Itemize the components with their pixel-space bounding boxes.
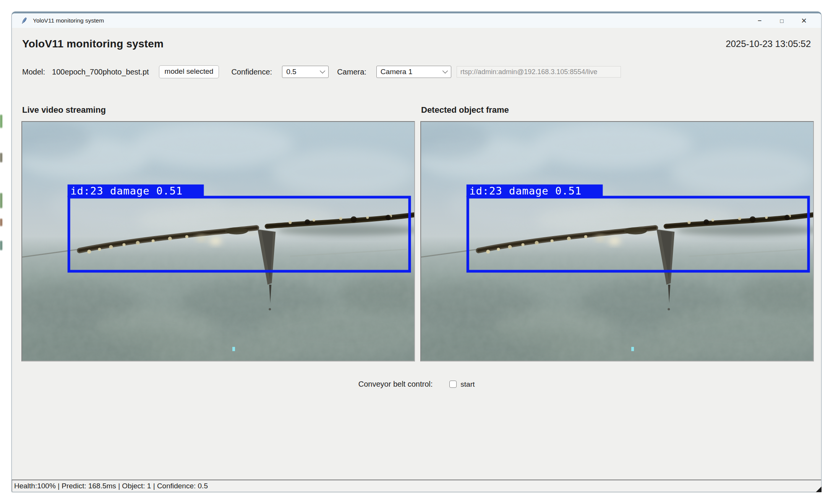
live-panel-title: Live video streaming [22, 105, 415, 115]
app-window: YoloV11 monitoring system − □ × YoloV11 … [11, 11, 822, 492]
desktop-edge-artifact [0, 241, 2, 250]
start-checkbox-label[interactable]: start [460, 380, 475, 389]
model-value: 100epoch_700photo_best.pt [52, 68, 149, 76]
feather-app-icon [21, 17, 28, 24]
start-checkbox[interactable] [449, 381, 457, 388]
close-icon: × [801, 15, 807, 26]
maximize-icon: □ [780, 18, 783, 24]
desktop-edge-artifact [0, 153, 2, 162]
detected-panel-title: Detected object frame [421, 105, 814, 115]
minimize-icon: − [758, 17, 762, 25]
desktop-edge-artifact [0, 219, 2, 226]
rtsp-url-field[interactable]: rtsp://admin:admin@192.168.3.105:8554/li… [457, 66, 621, 78]
chevron-down-icon [320, 68, 325, 73]
window-title: YoloV11 monitoring system [33, 17, 749, 24]
conveyor-label: Conveyor belt control: [358, 380, 433, 389]
live-video-frame [22, 122, 414, 361]
chevron-down-icon [442, 68, 448, 73]
camera-label: Camera: [337, 68, 366, 76]
camera-value: Camera 1 [381, 68, 440, 76]
confidence-select[interactable]: 0.5 [282, 66, 329, 78]
status-text: Health:100% | Predict: 168.5ms | Object:… [14, 482, 208, 490]
window-titlebar[interactable]: YoloV11 monitoring system − □ × [12, 13, 821, 28]
timestamp: 2025-10-23 13:05:52 [726, 38, 811, 49]
screen: id:23 damage 0.51 YoloV11 monitoring sys… [0, 0, 833, 504]
confidence-value: 0.5 [286, 68, 318, 76]
minimize-button[interactable]: − [749, 13, 771, 28]
live-video-panel [21, 121, 415, 361]
model-selected-button[interactable]: model selected [159, 65, 219, 78]
confidence-label: Confidence: [231, 68, 272, 76]
detected-video-panel [420, 121, 814, 361]
close-button[interactable]: × [793, 13, 815, 28]
page-title: YoloV11 monitoring system [22, 38, 164, 50]
camera-select[interactable]: Camera 1 [376, 66, 451, 78]
desktop-edge-artifact [0, 193, 2, 208]
maximize-button[interactable]: □ [771, 13, 793, 29]
resize-grip[interactable] [816, 486, 822, 492]
status-bar: Health:100% | Predict: 168.5ms | Object:… [12, 480, 821, 492]
model-label: Model: [22, 68, 45, 76]
detected-video-frame [421, 122, 813, 361]
desktop-edge-artifact [0, 115, 2, 128]
